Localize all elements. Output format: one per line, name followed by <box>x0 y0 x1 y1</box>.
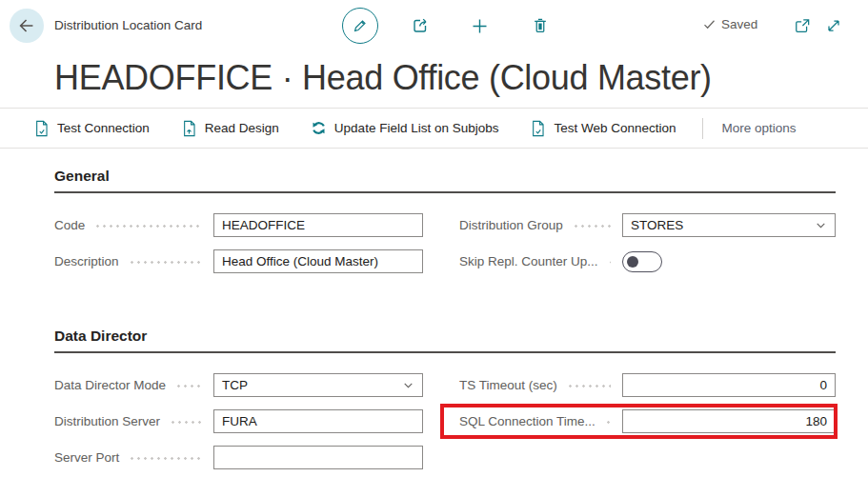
dotted-leader <box>177 385 202 388</box>
dotted-leader <box>131 261 202 264</box>
action-bar: Test Connection Read Design Update Field… <box>0 108 868 149</box>
document-arrow-icon <box>181 120 197 137</box>
dotted-leader <box>569 385 611 388</box>
ts-timeout-input[interactable] <box>622 373 836 397</box>
trash-icon <box>531 16 550 35</box>
distribution-server-input[interactable] <box>213 409 423 433</box>
data-director-fields: Data Director Mode TCP TS Timeout (sec) <box>54 373 836 469</box>
more-options-button[interactable]: More options <box>722 121 797 135</box>
saved-indicator: Saved <box>702 17 757 31</box>
expand-button[interactable] <box>823 15 844 36</box>
distribution-group-select[interactable]: STORES <box>622 213 836 237</box>
action-read-design[interactable]: Read Design <box>181 120 279 137</box>
field-skip-repl-counter: Skip Repl. Counter Up... <box>459 249 836 273</box>
code-input[interactable] <box>213 213 423 237</box>
card-content: General Code Distribution Group STORES <box>0 168 868 469</box>
dotted-leader <box>607 421 611 424</box>
action-label: Test Web Connection <box>554 121 676 135</box>
share-button[interactable] <box>410 15 431 36</box>
new-button[interactable] <box>469 15 490 36</box>
field-ts-timeout: TS Timeout (sec) <box>459 373 836 397</box>
general-fields: Code Distribution Group STORES <box>54 213 836 273</box>
back-arrow-icon <box>16 15 37 36</box>
plus-icon <box>470 16 490 36</box>
empty-cell <box>459 446 836 469</box>
open-in-window-button[interactable] <box>792 15 813 36</box>
delete-button[interactable] <box>530 15 551 36</box>
field-distribution-group: Distribution Group STORES <box>459 213 836 237</box>
sql-connection-timeout-input[interactable] <box>622 409 836 433</box>
action-test-web-connection[interactable]: Test Web Connection <box>530 120 676 137</box>
dotted-leader <box>610 261 611 264</box>
chevron-down-icon <box>402 379 414 391</box>
field-server-port: Server Port <box>54 446 423 469</box>
saved-check-icon <box>702 17 717 31</box>
edit-button[interactable] <box>342 8 378 44</box>
edit-pencil-icon <box>351 16 370 35</box>
chevron-down-icon <box>815 219 827 231</box>
field-label: TS Timeout (sec) <box>459 378 557 392</box>
selected-value: STORES <box>631 218 683 232</box>
back-button[interactable] <box>10 9 44 43</box>
field-label: Code <box>54 218 85 232</box>
skip-repl-counter-toggle[interactable] <box>622 251 662 272</box>
page-title: HEADOFFICE · Head Office (Cloud Master) <box>0 52 868 108</box>
dotted-leader <box>131 457 202 460</box>
section-heading-general[interactable]: General <box>54 168 836 193</box>
action-bar-separator <box>702 118 703 139</box>
action-update-field-list[interactable]: Update Field List on Subjobs <box>311 120 499 136</box>
refresh-icon <box>311 120 327 136</box>
expand-icon <box>824 16 843 35</box>
action-label: Test Connection <box>57 121 150 135</box>
field-code: Code <box>54 213 423 237</box>
dotted-leader <box>575 225 611 228</box>
field-label: Server Port <box>54 450 119 465</box>
field-label: SQL Connection Time... <box>459 414 595 428</box>
dotted-leader <box>172 421 202 424</box>
saved-label: Saved <box>721 17 757 31</box>
share-icon <box>410 15 431 36</box>
field-label: Data Director Mode <box>54 378 166 392</box>
section-heading-data-director[interactable]: Data Director <box>54 328 836 353</box>
action-label: Update Field List on Subjobs <box>334 121 499 135</box>
field-label: Skip Repl. Counter Up... <box>459 254 598 268</box>
dotted-leader <box>96 225 202 228</box>
selected-value: TCP <box>222 378 248 392</box>
field-description: Description <box>54 249 423 273</box>
action-test-connection[interactable]: Test Connection <box>33 120 150 137</box>
action-label: Read Design <box>205 121 279 135</box>
data-director-mode-select[interactable]: TCP <box>213 373 423 397</box>
description-input[interactable] <box>213 249 423 273</box>
page-caption: Distribution Location Card <box>54 18 202 32</box>
toggle-knob <box>627 256 638 268</box>
document-check-icon <box>33 120 50 137</box>
field-label: Distribution Server <box>54 414 160 428</box>
field-label: Description <box>54 254 119 268</box>
field-data-director-mode: Data Director Mode TCP <box>54 373 423 397</box>
server-port-input[interactable] <box>213 446 423 469</box>
field-label: Distribution Group <box>459 218 563 232</box>
document-check-icon <box>530 120 546 137</box>
field-sql-connection-timeout: SQL Connection Time... <box>459 409 836 433</box>
top-header: Distribution Location Card <box>0 0 868 52</box>
field-distribution-server: Distribution Server <box>54 409 423 433</box>
popout-icon <box>793 16 812 35</box>
